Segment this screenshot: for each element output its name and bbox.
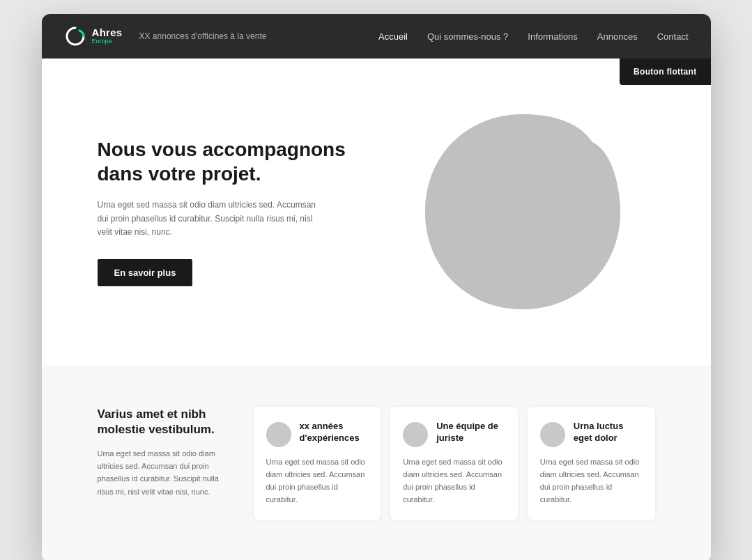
logo-text: Ahres Europe [92, 27, 123, 45]
feature-card-title-0: xx années d'expériences [300, 421, 369, 444]
features-intro: Varius amet et nibh molestie vestibulum.… [98, 407, 237, 498]
feature-card-desc-2: Urna eget sed massa sit odio diam ultric… [540, 456, 643, 506]
feature-card-header-2: Urna luctus eget dolor [540, 421, 643, 447]
features-section: Varius amet et nibh molestie vestibulum.… [42, 365, 711, 560]
logo-area: Ahres Europe [64, 25, 123, 47]
feature-card-desc-0: Urna eget sed massa sit odio diam ultric… [266, 456, 369, 506]
nav-link-informations[interactable]: Informations [528, 31, 578, 42]
hero-description: Urna eget sed massa sit odio diam ultric… [98, 199, 321, 240]
feature-card-0: xx années d'expériences Urna eget sed ma… [254, 407, 381, 520]
feature-cards-container: xx années d'expériences Urna eget sed ma… [254, 407, 655, 520]
feature-card-1: Une équipe de juriste Urna eget sed mass… [390, 407, 518, 520]
nav-link-accueil[interactable]: Accueil [378, 31, 408, 42]
feature-card-title-2: Urna luctus eget dolor [574, 421, 643, 444]
floating-button[interactable]: Bouton flottant [620, 59, 710, 85]
feature-card-header-1: Une équipe de juriste [403, 421, 505, 447]
hero-cta-button[interactable]: En savoir plus [98, 259, 193, 286]
hero-title: Nous vous accompagnons dans votre projet… [98, 137, 362, 186]
feature-icon-0 [266, 422, 291, 447]
hero-image-area [390, 100, 655, 323]
feature-icon-2 [540, 422, 565, 447]
nav-link-qui[interactable]: Qui sommes-nous ? [427, 31, 508, 42]
hero-content: Nous vous accompagnons dans votre projet… [98, 137, 362, 286]
nav-links: Accueil Qui sommes-nous ? Informations A… [378, 31, 688, 42]
hero-section: Nous vous accompagnons dans votre projet… [42, 59, 711, 365]
hero-blob-shape [411, 100, 634, 323]
navbar-tagline: XX annonces d'officines à la vente [139, 31, 267, 41]
logo-main-text: Ahres [92, 27, 123, 39]
feature-card-title-1: Une équipe de juriste [436, 421, 505, 444]
features-intro-title: Varius amet et nibh molestie vestibulum. [98, 407, 237, 437]
nav-link-annonces[interactable]: Annonces [597, 31, 638, 42]
feature-card-2: Urna luctus eget dolor Urna eget sed mas… [528, 407, 655, 520]
logo-sub-text: Europe [92, 38, 123, 45]
logo-icon [64, 25, 86, 47]
feature-card-header-0: xx années d'expériences [266, 421, 369, 447]
nav-link-contact[interactable]: Contact [657, 31, 689, 42]
browser-window: Ahres Europe XX annonces d'officines à l… [42, 14, 711, 560]
feature-icon-1 [403, 422, 428, 447]
navbar: Ahres Europe XX annonces d'officines à l… [42, 14, 711, 59]
features-intro-desc: Urna eget sed massa sit odio diam ultric… [98, 447, 237, 498]
feature-card-desc-1: Urna eget sed massa sit odio diam ultric… [403, 456, 505, 506]
